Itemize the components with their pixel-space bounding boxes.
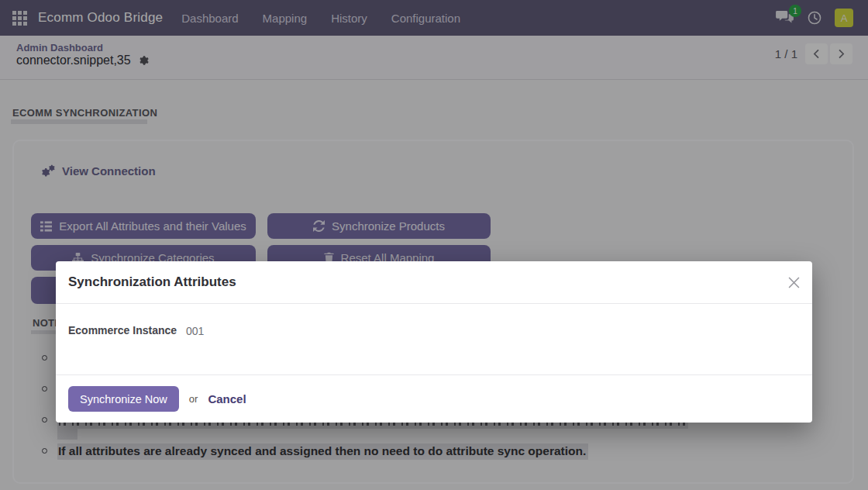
modal-body: Ecommerce Instance 001: [56, 304, 812, 374]
synchronize-now-button[interactable]: Synchronize Now: [68, 386, 179, 412]
app-screen: Ecomm Odoo Bridge Dashboard Mapping Hist…: [0, 0, 868, 490]
or-separator: or: [189, 393, 198, 405]
ecommerce-instance-value[interactable]: 001: [186, 325, 204, 337]
cancel-button[interactable]: Cancel: [208, 392, 246, 405]
ecommerce-instance-label: Ecommerce Instance: [68, 324, 177, 336]
modal-header: Synchronization Attributes: [56, 261, 812, 304]
close-icon[interactable]: [787, 276, 800, 288]
modal-title: Synchronization Attributes: [68, 274, 236, 290]
sync-attributes-modal: Synchronization Attributes Ecommerce Ins…: [56, 261, 812, 423]
modal-footer: Synchronize Now or Cancel: [56, 374, 812, 423]
